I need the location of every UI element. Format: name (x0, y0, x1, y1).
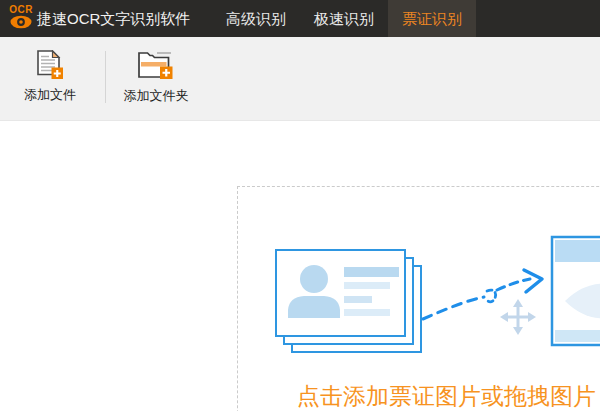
add-folder-label: 添加文件夹 (124, 87, 189, 105)
dropzone-hint-text: 点击添加票证图片或拖拽图片 (297, 383, 596, 410)
add-file-button[interactable]: 添加文件 (7, 37, 93, 104)
tab-advanced-recognition[interactable]: 高级识别 (212, 0, 300, 37)
folder-plus-icon (137, 50, 175, 81)
toolbar-divider (105, 51, 106, 103)
toolbar: 添加文件 添加文件夹 (0, 37, 600, 121)
nav-tabs: 高级识别 极速识别 票证识别 (212, 0, 476, 37)
app-logo: OCR (8, 4, 34, 34)
tab-fast-recognition[interactable]: 极速识别 (300, 0, 388, 37)
app-title: 捷速OCR文字识别软件 (37, 0, 190, 37)
main-area: 点击添加票证图片或拖拽图片 (0, 121, 600, 411)
document-plus-icon (36, 50, 64, 80)
eye-icon (10, 15, 32, 29)
titlebar: OCR 捷速OCR文字识别软件 高级识别 极速识别 票证识别 (0, 0, 600, 37)
tab-ticket-recognition[interactable]: 票证识别 (388, 0, 476, 37)
add-folder-button[interactable]: 添加文件夹 (113, 37, 199, 105)
add-file-label: 添加文件 (24, 86, 76, 104)
logo-ocr-text: OCR (9, 4, 33, 15)
dropzone[interactable] (237, 186, 600, 411)
